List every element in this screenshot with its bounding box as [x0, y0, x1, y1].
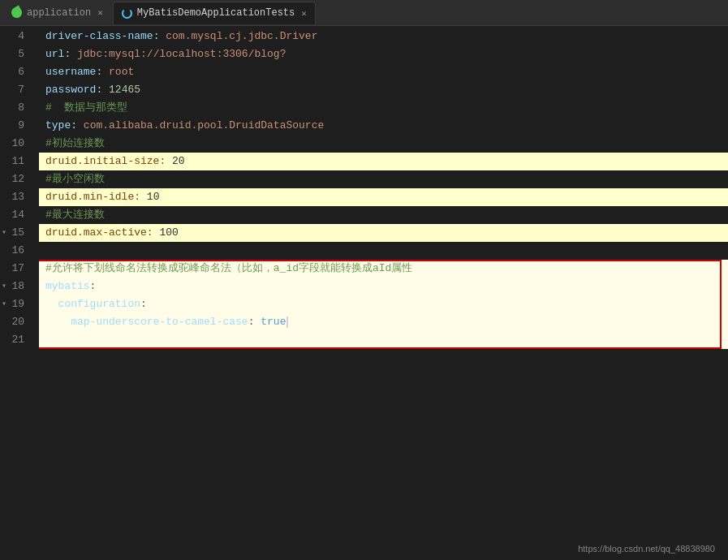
- code-line-13: druid.min-idle: 10: [39, 188, 728, 206]
- gutter-12: 12: [0, 170, 32, 188]
- tab-application-close[interactable]: ✕: [97, 7, 103, 18]
- code-line-17: #允许将下划线命名法转换成驼峰命名法（比如，a_id字段就能转换成aId属性: [39, 260, 728, 278]
- code-line-9: type: com.alibaba.druid.pool.DruidDataSo…: [39, 117, 728, 135]
- gutter-5: 5: [0, 45, 32, 63]
- gutter-13: 13: [0, 188, 32, 206]
- editor-wrapper: 4 5 6 7 8 9 10 11 12 13 14 ▾15 16 17 ▾18…: [0, 26, 728, 560]
- code-line-19: configuration:: [39, 295, 728, 313]
- watermark: https://blog.csdn.net/qq_48838980: [578, 544, 715, 554]
- gutter-9: 9: [0, 117, 32, 135]
- gutter-18: ▾18: [0, 278, 32, 295]
- tab-mybatis-tests-label: MyBatisDemoApplicationTests: [137, 7, 295, 19]
- gutter-16: 16: [0, 242, 32, 260]
- gutter-6: 6: [0, 63, 32, 81]
- code-line-5: url: jdbc:mysql://localhost:3306/blog?: [39, 45, 728, 63]
- code-line-4: driver-class-name: com.mysql.cj.jdbc.Dri…: [39, 28, 728, 45]
- fold-icon-19[interactable]: ▾: [2, 295, 6, 313]
- gutter-14: 14: [0, 206, 32, 224]
- code-line-6: username: root: [39, 63, 728, 81]
- code-line-15: druid.max-active: 100: [39, 224, 728, 242]
- gutter-11: 11: [0, 153, 32, 170]
- gutter-10: 10: [0, 135, 32, 153]
- gutter-19: ▾19: [0, 295, 32, 313]
- tab-application-label: application: [27, 7, 91, 19]
- gutter-21: 21: [0, 331, 32, 349]
- editor-area: 4 5 6 7 8 9 10 11 12 13 14 ▾15 16 17 ▾18…: [0, 26, 728, 560]
- gutter-8: 8: [0, 99, 32, 117]
- fold-icon-15[interactable]: ▾: [2, 224, 6, 242]
- line-numbers: 4 5 6 7 8 9 10 11 12 13 14 ▾15 16 17 ▾18…: [0, 26, 39, 560]
- tab-bar: application ✕ MyBatisDemoApplicationTest…: [0, 0, 728, 26]
- code-line-8: # 数据与那类型: [39, 99, 728, 117]
- tab-mybatis-tests-close[interactable]: ✕: [301, 8, 307, 19]
- code-line-16: [39, 242, 728, 260]
- red-box-section: #允许将下划线命名法转换成驼峰命名法（比如，a_id字段就能转换成aId属性 m…: [39, 260, 728, 349]
- gutter-17: 17: [0, 260, 32, 278]
- code-line-7: password: 12465: [39, 81, 728, 99]
- code-line-20: map-underscore-to-camel-case: true: [39, 313, 728, 331]
- tab-mybatis-tests[interactable]: MyBatisDemoApplicationTests ✕: [113, 2, 316, 24]
- code-line-12: #最小空闲数: [39, 170, 728, 188]
- code-line-18: mybatis:: [39, 278, 728, 295]
- gutter-4: 4: [0, 28, 32, 45]
- gutter-15: ▾15: [0, 224, 32, 242]
- gutter-7: 7: [0, 81, 32, 99]
- tab-application[interactable]: application ✕: [3, 2, 111, 24]
- leaf-icon: [10, 6, 24, 20]
- cursor-blink: [286, 317, 288, 328]
- code-line-21: [39, 331, 728, 349]
- code-line-14: #最大连接数: [39, 206, 728, 224]
- code-content[interactable]: driver-class-name: com.mysql.cj.jdbc.Dri…: [39, 26, 728, 560]
- code-line-11: druid.initial-size: 20: [39, 153, 728, 170]
- fold-icon-18[interactable]: ▾: [2, 278, 6, 295]
- refresh-icon: [122, 8, 132, 19]
- code-line-10: #初始连接数: [39, 135, 728, 153]
- gutter-20: 20: [0, 313, 32, 331]
